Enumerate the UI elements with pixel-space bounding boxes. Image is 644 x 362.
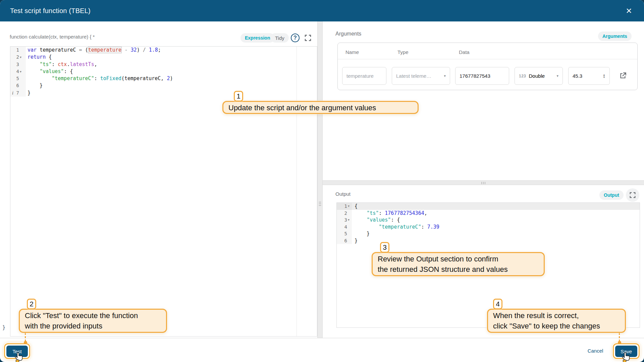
code-text: "temperatureC": 7.39 xyxy=(352,224,439,231)
code-line: i7} xyxy=(10,89,317,97)
script-code-editor[interactable]: 1var temperatureC = (temperature - 32) /… xyxy=(10,46,317,337)
argument-value-type: Double xyxy=(529,73,545,79)
column-header-data: Data xyxy=(459,49,470,55)
click-indicator-icon xyxy=(623,360,626,362)
code-text: var temperatureC = (temperature - 32) / … xyxy=(26,47,161,54)
number-stepper[interactable]: ▲▼ xyxy=(603,74,605,78)
line-number: 5 xyxy=(10,75,26,82)
output-fullscreen-icon[interactable] xyxy=(626,188,639,202)
line-number: 1 xyxy=(10,47,26,54)
code-line: 6 } xyxy=(10,82,317,89)
line-number: 6 xyxy=(10,82,26,89)
splitter-grip-icon xyxy=(319,202,320,202)
callout-3: Review the Output section to confirm the… xyxy=(372,252,545,276)
tidy-button[interactable]: Tidy xyxy=(271,33,289,43)
fold-arrow-icon[interactable]: ▾ xyxy=(20,54,21,61)
fold-arrow-icon[interactable]: ▾ xyxy=(348,203,350,210)
argument-timestamp-field[interactable] xyxy=(455,67,509,85)
code-text: "ts": 1767782754364, xyxy=(352,210,427,217)
code-text: } xyxy=(26,82,43,89)
script-code: 1var temperatureC = (temperature - 32) /… xyxy=(10,47,317,97)
table-header-divider xyxy=(338,59,637,59)
click-indicator-icon xyxy=(16,360,19,362)
argument-value-field[interactable]: ▲▼ xyxy=(568,67,610,85)
callout-4-leader-dot xyxy=(618,341,621,344)
screen: Test script function (TBEL) × function c… xyxy=(0,0,644,362)
vertical-splitter[interactable] xyxy=(317,21,323,338)
code-line: 4▾ "values": { xyxy=(10,68,317,75)
output-title: Output xyxy=(335,191,351,197)
open-in-new-icon[interactable] xyxy=(619,71,627,80)
code-text: } xyxy=(352,237,358,244)
code-line: 5 } xyxy=(337,230,640,237)
dialog-title: Test script function (TBEL) xyxy=(10,7,91,15)
dialog-header: Test script function (TBEL) xyxy=(0,0,644,21)
code-text: "values": { xyxy=(352,217,400,224)
help-icon[interactable]: ? xyxy=(291,34,300,42)
fullscreen-icon[interactable] xyxy=(304,34,312,42)
line-number: 3 xyxy=(10,61,26,68)
callout-2-text-line1: Click "Test" to execute the function xyxy=(25,310,161,321)
callout-4-text-line2: click "Save" to keep the changes xyxy=(493,321,620,331)
code-text: { xyxy=(352,203,358,210)
code-text: } xyxy=(26,89,31,97)
line-number: i7 xyxy=(10,89,26,97)
function-signature-label: function calculate(ctx, temperature) { * xyxy=(10,34,95,40)
callout-1-number: 1 xyxy=(234,91,243,102)
callout-4-number: 4 xyxy=(493,299,502,309)
code-line: 1▾{ xyxy=(337,203,640,210)
argument-name-field[interactable]: temperature xyxy=(342,67,386,85)
argument-value-type-select[interactable]: 123 Double ▾ xyxy=(515,67,563,85)
callout-2-number: 2 xyxy=(27,299,36,309)
code-line: 4 "temperatureC": 7.39 xyxy=(337,224,640,231)
horizontal-splitter[interactable] xyxy=(323,180,644,185)
line-number: 4▾ xyxy=(10,68,26,75)
line-number: 6 xyxy=(337,237,352,244)
fold-arrow-icon[interactable]: ▾ xyxy=(348,217,350,224)
column-header-type: Type xyxy=(397,49,409,55)
close-icon[interactable]: × xyxy=(623,5,635,17)
argument-name-value: temperature xyxy=(346,73,374,79)
argument-type-select[interactable]: Latest teleme… ▾ xyxy=(392,67,450,85)
callout-4-text-line1: When the result is correct, xyxy=(493,310,620,321)
chevron-down-icon: ▾ xyxy=(444,74,446,78)
expression-badge: Expression xyxy=(240,33,274,43)
argument-type-value: Latest teleme… xyxy=(396,73,431,79)
chevron-down-icon: ▾ xyxy=(556,74,558,78)
line-number: 1▾ xyxy=(337,203,352,210)
callout-4-leader-line xyxy=(619,333,620,342)
code-line: 2▾return { xyxy=(10,54,317,61)
fold-arrow-icon[interactable]: ▾ xyxy=(20,68,21,75)
test-script-dialog: Test script function (TBEL) × function c… xyxy=(0,0,644,362)
callout-3-number: 3 xyxy=(380,242,389,253)
cancel-button[interactable]: Cancel xyxy=(582,348,609,354)
function-closing-brace: } xyxy=(2,324,5,330)
line-number: 2▾ xyxy=(10,54,26,61)
callout-4: When the result is correct, click "Save"… xyxy=(487,309,626,333)
callout-3-text-line2: the returned JSON structure and values xyxy=(378,264,539,275)
callout-1: Update the script and/or the argument va… xyxy=(222,101,419,114)
info-marker-icon: i xyxy=(12,89,13,97)
output-badge: Output xyxy=(599,190,624,200)
code-line: 5 "temperatureC": toFixed(temperatureC, … xyxy=(10,75,317,82)
callout-2-leader-line xyxy=(25,333,26,342)
code-line: 3▾ "values": { xyxy=(337,217,640,224)
argument-timestamp-input[interactable] xyxy=(460,73,505,79)
code-text: return { xyxy=(26,54,52,61)
callout-2: Click "Test" to execute the function wit… xyxy=(19,309,167,333)
callout-2-text-line2: with the provided inputs xyxy=(25,321,161,331)
argument-value-input[interactable] xyxy=(573,73,596,79)
line-number: 3▾ xyxy=(337,217,352,224)
arguments-badge: Arguments xyxy=(598,32,632,41)
line-number: 2 xyxy=(337,210,352,217)
code-line: 2 "ts": 1767782754364, xyxy=(337,210,640,217)
code-text: "ts": ctx.latestTs, xyxy=(26,61,97,68)
arguments-title: Arguments xyxy=(335,31,361,37)
callout-3-text-line1: Review the Output section to confirm xyxy=(378,254,539,264)
numeric-type-icon: 123 xyxy=(519,74,526,78)
splitter-grip-icon xyxy=(481,182,482,183)
line-number: 5 xyxy=(337,230,352,237)
callout-2-leader-dot xyxy=(24,341,27,344)
code-line: 3 "ts": ctx.latestTs, xyxy=(10,61,317,68)
code-line: 1var temperatureC = (temperature - 32) /… xyxy=(10,47,317,54)
